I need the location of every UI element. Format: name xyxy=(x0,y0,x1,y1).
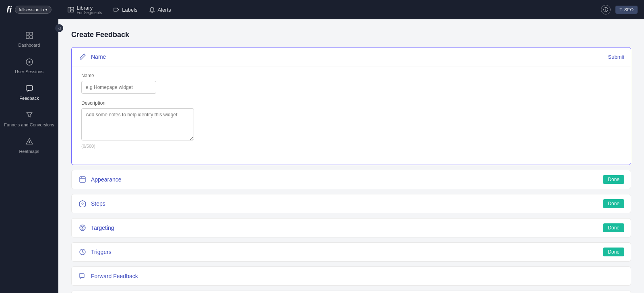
svg-point-16 xyxy=(82,227,83,229)
library-sub: For Segments xyxy=(76,11,102,15)
nav-labels[interactable]: Labels xyxy=(113,6,137,13)
section-name-title: Name xyxy=(91,54,106,60)
section-forward-feedback: Forward Feedback xyxy=(71,266,631,286)
sidebar: ◁ Dashboard User Sessions xyxy=(0,19,58,293)
nav-library[interactable]: Library For Segments xyxy=(68,5,102,15)
labels-label: Labels xyxy=(122,7,137,13)
sidebar-toggle[interactable]: ◁ xyxy=(55,24,63,32)
svg-point-11 xyxy=(29,141,30,143)
user-badge[interactable]: T. SEO xyxy=(615,6,638,14)
workspace-name: fullsession.io xyxy=(19,7,44,12)
alerts-label: Alerts xyxy=(158,7,171,13)
section-review-header[interactable]: Review & Activate xyxy=(72,291,631,293)
section-appearance-done[interactable]: Done xyxy=(603,175,624,184)
svg-rect-1 xyxy=(70,7,74,9)
description-textarea[interactable] xyxy=(81,108,194,140)
sidebar-item-dashboard[interactable]: Dashboard xyxy=(0,26,58,52)
chat-icon xyxy=(25,84,34,93)
section-name-body: Name Description (0/500) xyxy=(72,66,631,165)
sidebar-item-heatmaps[interactable]: Heatmaps xyxy=(0,132,58,159)
section-appearance: Appearance Done xyxy=(71,170,631,189)
sidebar-label-user-sessions: User Sessions xyxy=(15,69,43,74)
section-appearance-header[interactable]: Appearance Done xyxy=(72,170,631,189)
section-targeting-done[interactable]: Done xyxy=(603,223,624,232)
section-steps-title: Steps xyxy=(91,200,105,207)
section-appearance-title: Appearance xyxy=(91,176,122,183)
sidebar-item-funnels[interactable]: Funnels and Conversions xyxy=(0,105,58,132)
logo-area: fi fullsession.io ▾ xyxy=(6,4,52,15)
triggers-icon xyxy=(78,248,87,256)
name-field-wrapper: Name xyxy=(81,73,621,94)
nav-alerts[interactable]: Alerts xyxy=(149,6,171,13)
svg-rect-18 xyxy=(79,274,84,277)
funnel-icon xyxy=(25,110,34,120)
section-targeting-header[interactable]: Targeting Done xyxy=(72,219,631,237)
svg-rect-9 xyxy=(26,86,33,90)
svg-rect-5 xyxy=(26,36,29,39)
section-triggers-title: Triggers xyxy=(91,249,111,255)
section-triggers: Triggers Done xyxy=(71,242,631,262)
section-name: Name Submit Name Description (0/500) xyxy=(71,47,631,165)
sidebar-label-funnels: Funnels and Conversions xyxy=(4,122,54,127)
description-field-wrapper: Description (0/500) xyxy=(81,100,621,149)
svg-marker-8 xyxy=(29,61,31,63)
play-icon xyxy=(25,57,34,67)
section-steps-done[interactable]: Done xyxy=(603,199,624,208)
targeting-icon xyxy=(78,223,87,232)
labels-icon xyxy=(113,6,120,13)
info-button[interactable]: ⓘ xyxy=(601,5,611,14)
svg-rect-0 xyxy=(68,7,70,12)
library-icon xyxy=(68,6,74,13)
sidebar-label-dashboard: Dashboard xyxy=(19,43,40,47)
section-name-submit[interactable]: Submit xyxy=(608,54,624,60)
appearance-icon xyxy=(78,175,87,184)
page-title: Create Feedback xyxy=(71,31,631,39)
section-steps-header[interactable]: Steps Done xyxy=(72,194,631,213)
svg-rect-6 xyxy=(30,36,33,39)
section-review-activate: Review & Activate xyxy=(71,291,631,293)
nav-items: Library For Segments Labels Alerts xyxy=(68,5,171,15)
logo: fi xyxy=(6,4,12,15)
top-navigation: fi fullsession.io ▾ Library For Segments… xyxy=(0,0,644,19)
sidebar-label-heatmaps: Heatmaps xyxy=(19,149,39,154)
pencil-icon xyxy=(78,52,87,61)
svg-point-13 xyxy=(82,203,83,204)
sidebar-label-feedback: Feedback xyxy=(19,96,39,101)
svg-rect-12 xyxy=(80,177,85,182)
section-forward-header[interactable]: Forward Feedback xyxy=(72,267,631,285)
svg-rect-4 xyxy=(30,32,33,35)
section-triggers-done[interactable]: Done xyxy=(603,248,624,256)
section-triggers-header[interactable]: Triggers Done xyxy=(72,243,631,261)
sidebar-item-user-sessions[interactable]: User Sessions xyxy=(0,52,58,79)
workspace-selector[interactable]: fullsession.io ▾ xyxy=(15,6,52,14)
section-steps: Steps Done xyxy=(71,194,631,213)
svg-rect-3 xyxy=(26,32,29,35)
alerts-icon xyxy=(149,6,155,13)
section-name-header[interactable]: Name Submit xyxy=(72,47,631,66)
name-input[interactable] xyxy=(81,81,156,94)
steps-icon xyxy=(78,199,87,208)
section-targeting-title: Targeting xyxy=(91,225,114,231)
main-layout: ◁ Dashboard User Sessions xyxy=(0,19,644,293)
sidebar-item-feedback[interactable]: Feedback xyxy=(0,79,58,105)
library-label: Library xyxy=(76,5,102,11)
grid-icon xyxy=(25,31,34,40)
heatmap-icon xyxy=(25,137,34,146)
nav-right: ⓘ T. SEO xyxy=(601,5,638,14)
section-forward-title: Forward Feedback xyxy=(91,273,138,279)
main-content: Create Feedback Name Submit Name Descrip… xyxy=(58,19,644,293)
name-label: Name xyxy=(81,73,621,78)
description-label: Description xyxy=(81,100,621,106)
char-count: (0/500) xyxy=(81,144,621,149)
section-targeting: Targeting Done xyxy=(71,218,631,237)
forward-icon xyxy=(78,272,87,281)
chevron-down-icon: ▾ xyxy=(45,8,47,12)
svg-rect-2 xyxy=(70,10,74,12)
